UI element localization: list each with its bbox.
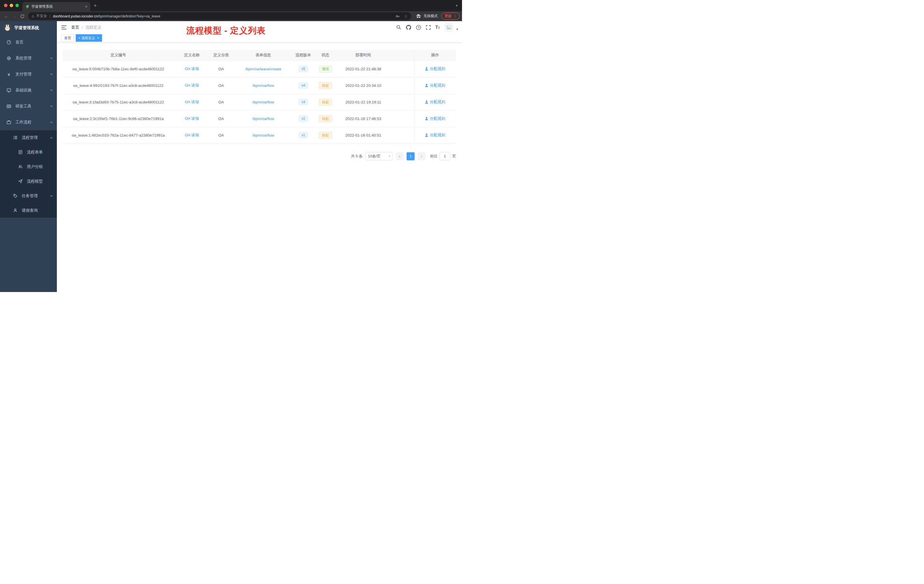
- assign-rule-label: 分配规则: [430, 133, 445, 138]
- page-size-value: 10条/页: [368, 154, 381, 159]
- version-badge: v2: [299, 115, 308, 122]
- sidebar-item-payment[interactable]: ¥ 支付管理: [0, 66, 57, 82]
- url-path: /bpm/manager/definition?key=oa_leave: [98, 14, 160, 18]
- definition-name-link[interactable]: OA 请假: [185, 133, 199, 137]
- browser-toolbar: ← → ⚠ 不安全 dashboard.yudao.iocoder.cn/bpm…: [0, 11, 462, 21]
- form-link[interactable]: /bpm/oa/flow: [252, 117, 274, 121]
- page-size-select[interactable]: 10条/页 ▾: [365, 152, 393, 160]
- incognito-badge: 无痕模式: [416, 14, 438, 18]
- sidebar-item-process-management[interactable]: 流程管理: [0, 130, 57, 145]
- page-number-button[interactable]: 1: [407, 152, 414, 160]
- definition-name-link[interactable]: OA 请假: [185, 100, 199, 104]
- password-key-icon[interactable]: [396, 14, 400, 18]
- sidebar-item-process-model[interactable]: 流程模型: [0, 174, 57, 188]
- sidebar-item-label: 基础设施: [15, 88, 51, 93]
- hamburger-icon[interactable]: [61, 25, 66, 30]
- version-badge: v1: [299, 132, 308, 138]
- sidebar-item-label: 流程模型: [27, 179, 52, 184]
- sidebar-item-label: 系统管理: [15, 56, 51, 61]
- active-dot-icon: ●: [79, 37, 80, 39]
- new-tab-button[interactable]: +: [94, 3, 97, 9]
- sidebar-item-home[interactable]: 首页: [0, 34, 57, 50]
- form-link[interactable]: /bpm/oa/flow: [252, 133, 274, 137]
- sidebar-item-process-form[interactable]: 流程表单: [0, 145, 57, 159]
- definition-name-link[interactable]: OA 请假: [185, 83, 199, 87]
- favicon-leaf-icon: [25, 5, 29, 8]
- table-row: oa_leave:1:482ec033-762a-11ec-8477-a2380…: [63, 127, 456, 144]
- sidebar-item-leave-query[interactable]: 请假查询: [0, 203, 57, 218]
- list-icon: [13, 135, 18, 140]
- not-secure-label: 不安全: [36, 14, 47, 18]
- sidebar-item-system[interactable]: 系统管理: [0, 50, 57, 66]
- forward-icon[interactable]: →: [10, 13, 18, 20]
- tag-close-icon[interactable]: ×: [97, 36, 99, 40]
- tab-close-icon[interactable]: ×: [85, 5, 87, 8]
- breadcrumb-home[interactable]: 首页: [71, 25, 79, 30]
- col-definition-name: 定义名称: [174, 50, 210, 61]
- col-status: 状态: [313, 50, 338, 61]
- definition-name-link[interactable]: OA 请假: [185, 116, 199, 120]
- assign-rule-link[interactable]: 分配规则: [425, 66, 445, 71]
- cell-definition-id: oa_leave:5:004b710b-7b8a-11ec-8ef0-acde4…: [63, 61, 174, 77]
- sidebar-item-workflow[interactable]: 工作流程: [0, 114, 57, 130]
- sidebar-submenu-workflow: 流程管理 流程表单 用户分组: [0, 130, 57, 218]
- assign-rule-link[interactable]: 分配规则: [425, 133, 445, 138]
- sidebar-item-devtools[interactable]: 研发工具: [0, 98, 57, 114]
- goto-page-input[interactable]: [439, 152, 450, 160]
- cell-spacer: [388, 61, 414, 77]
- version-badge: v3: [299, 99, 308, 105]
- form-link[interactable]: /bpm/oa/flow: [252, 100, 274, 104]
- url-host: dashboard.yudao.iocoder.cn: [53, 14, 98, 18]
- fullscreen-icon[interactable]: [426, 25, 431, 30]
- github-icon[interactable]: [406, 25, 411, 30]
- assign-rule-label: 分配规则: [430, 116, 445, 121]
- search-icon[interactable]: [396, 25, 401, 30]
- avatar-dropdown-caret-icon[interactable]: ▾: [456, 27, 458, 31]
- bookmark-star-icon[interactable]: ☆: [404, 14, 408, 18]
- goto-label: 前往: [430, 154, 437, 159]
- browser-menu-icon[interactable]: ⋮: [454, 14, 457, 18]
- table-row: oa_leave:4:991f2193-7b7f-11ec-a3c8-acde4…: [63, 77, 456, 94]
- reload-icon[interactable]: [18, 13, 26, 20]
- cell-definition-id: oa_leave:1:482ec033-762a-11ec-8477-a2380…: [63, 127, 174, 144]
- cell-category: OA: [210, 94, 233, 110]
- assign-rule-link[interactable]: 分配规则: [425, 83, 445, 88]
- chrome-update-button[interactable]: 更新 ⋮: [441, 13, 460, 20]
- cell-deploy-time: 2022-01-16 01:40:51: [338, 127, 388, 144]
- help-icon[interactable]: ?: [416, 25, 421, 30]
- font-size-icon[interactable]: TT: [436, 25, 440, 30]
- incognito-icon: [416, 14, 421, 18]
- tag-process-definition[interactable]: ● 流程定义 ×: [76, 34, 102, 42]
- cell-spacer: [388, 110, 414, 127]
- browser-tab[interactable]: 芋道管理系统 ×: [22, 2, 90, 11]
- assign-rule-link[interactable]: 分配规则: [425, 99, 445, 105]
- person-icon: [425, 134, 428, 137]
- logo-avatar: [3, 24, 12, 32]
- address-bar[interactable]: ⚠ 不安全 dashboard.yudao.iocoder.cn/bpm/man…: [28, 12, 411, 20]
- breadcrumb: 首页 / 流程定义: [71, 25, 101, 30]
- window-zoom-button[interactable]: [15, 4, 19, 7]
- window-close-button[interactable]: [4, 4, 7, 7]
- tab-search-icon[interactable]: ▾: [456, 4, 457, 7]
- cell-category: OA: [210, 127, 233, 144]
- sidebar-item-label: 流程表单: [27, 150, 52, 155]
- sidebar-item-task-management[interactable]: 任务管理: [0, 188, 57, 203]
- prev-page-button[interactable]: ‹: [396, 152, 404, 160]
- sidebar-item-infrastructure[interactable]: 基础设施: [0, 82, 57, 98]
- sidebar-item-user-group[interactable]: 用户分组: [0, 159, 57, 174]
- breadcrumb-separator: /: [82, 25, 83, 30]
- sidebar-logo: 芋道管理系统: [0, 21, 57, 34]
- table-row: oa_leave:2:3c1f0ef1-76b1-11ec-9c66-a2380…: [63, 110, 456, 127]
- assign-rule-link[interactable]: 分配规则: [425, 116, 445, 121]
- window-minimize-button[interactable]: [10, 4, 13, 7]
- form-link[interactable]: /bpm/oa/flow: [252, 83, 274, 88]
- definition-name-link[interactable]: OA 请假: [185, 66, 199, 71]
- col-form-info: 表单信息: [233, 50, 294, 61]
- col-definition-category: 定义分类: [210, 50, 233, 61]
- sidebar: 芋道管理系统 首页 系统管理 ¥ 支付管理 基础设施: [0, 21, 57, 292]
- tag-home[interactable]: 首页: [61, 34, 74, 42]
- avatar[interactable]: [445, 23, 453, 32]
- back-icon[interactable]: ←: [2, 13, 10, 20]
- next-page-button[interactable]: ›: [417, 152, 426, 160]
- form-link[interactable]: /bpm/oa/leave/create: [245, 67, 281, 71]
